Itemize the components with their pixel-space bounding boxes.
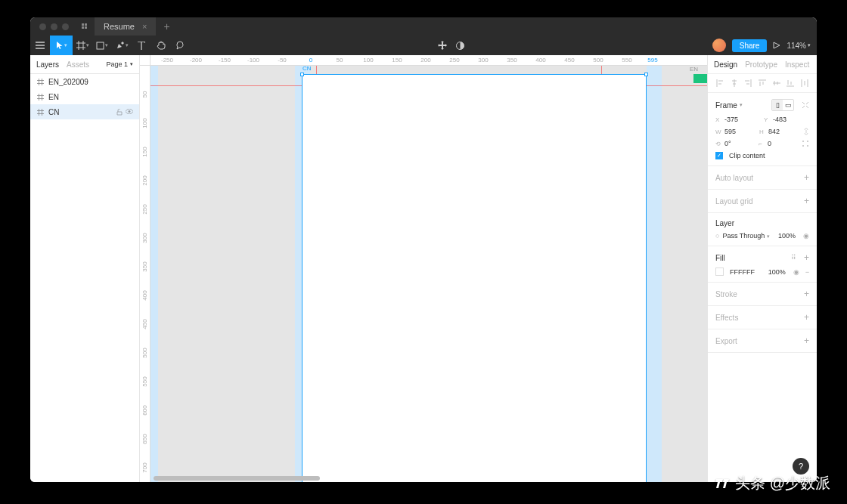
svg-rect-7 (802, 141, 804, 142)
file-tab[interactable]: Resume × (95, 17, 156, 36)
help-button[interactable]: ? (793, 458, 809, 475)
layer-row-selected[interactable]: CN (30, 104, 139, 119)
effects-section[interactable]: Effects+ (708, 306, 817, 329)
titlebar: Resume × + (30, 17, 817, 36)
assets-tab[interactable]: Assets (67, 60, 89, 69)
scrollbar-horizontal[interactable] (154, 476, 320, 481)
link-icon[interactable] (803, 128, 809, 135)
fill-hex[interactable]: FFFFFF (730, 268, 765, 276)
move-tool[interactable]: ▾ (50, 36, 73, 55)
align-right-icon[interactable] (743, 79, 752, 88)
svg-rect-4 (97, 42, 104, 49)
eye-icon[interactable]: ◉ (803, 232, 809, 240)
rotation-input[interactable]: 0° (724, 140, 755, 147)
align-controls (708, 74, 817, 93)
layer-row[interactable]: EN (30, 89, 139, 104)
frame-icon (36, 93, 44, 100)
svg-rect-1 (85, 23, 87, 26)
eye-icon[interactable]: ◉ (793, 268, 799, 276)
ruler-vertical[interactable]: 50 100 150 200 250 300 350 400 450 500 5… (140, 66, 150, 482)
autolayout-section[interactable]: Auto layout+ (708, 166, 817, 190)
distribute-icon[interactable] (800, 79, 809, 88)
svg-rect-9 (802, 145, 804, 147)
y-input[interactable]: -483 (773, 116, 809, 123)
file-icon[interactable] (78, 20, 92, 33)
avatar[interactable] (712, 39, 726, 52)
unlock-icon[interactable] (116, 109, 123, 116)
layoutgrid-section[interactable]: Layout grid+ (708, 190, 817, 213)
align-left-icon[interactable] (715, 79, 724, 88)
move-icon[interactable] (438, 41, 447, 50)
toolbar-right: Share 114% ▾ (712, 39, 817, 52)
align-hcenter-icon[interactable] (730, 79, 739, 88)
ruler-horizontal[interactable]: -250 -200 -150 -100 -50 0 50 100 150 200… (150, 55, 707, 66)
frame-title[interactable]: Frame▾ (715, 101, 743, 110)
layer-row[interactable]: EN_202009 (30, 74, 139, 89)
layer-opacity[interactable]: 100% (778, 232, 796, 240)
other-frame-edge[interactable] (693, 74, 707, 83)
canvas-inner[interactable]: CN EN (140, 55, 707, 482)
resize-fit-icon[interactable] (802, 101, 809, 109)
tab-design[interactable]: Design (714, 60, 737, 69)
contrast-icon[interactable] (456, 42, 464, 50)
comment-tool[interactable] (171, 36, 191, 55)
tab-inspect[interactable]: Inspect (785, 60, 809, 69)
svg-rect-2 (82, 26, 84, 29)
minus-icon[interactable]: − (805, 268, 809, 276)
page-selector[interactable]: Page 1 ▾ (106, 60, 133, 68)
visible-icon[interactable] (126, 109, 133, 116)
clip-checkbox[interactable]: ✓ (715, 152, 723, 159)
share-button[interactable]: Share (732, 39, 768, 52)
frame-tool[interactable]: ▾ (73, 36, 92, 55)
present-icon[interactable] (773, 42, 780, 49)
file-tab-label: Resume (104, 22, 135, 31)
toolbar-center (191, 41, 712, 50)
svg-point-6 (129, 110, 131, 113)
align-top-icon[interactable] (758, 79, 767, 88)
export-section[interactable]: Export+ (708, 329, 817, 353)
frame-label: EN (690, 66, 698, 73)
plus-icon: + (804, 289, 809, 299)
corners-icon[interactable] (802, 140, 809, 147)
plus-icon: + (804, 172, 809, 183)
figma-window: Resume × + ▾ ▾ ▾ ▾ (30, 17, 817, 482)
add-tab-button[interactable]: + (156, 20, 177, 32)
frame-label: CN (302, 65, 312, 72)
w-input[interactable]: 595 (724, 128, 756, 135)
fill-swatch[interactable] (715, 267, 724, 276)
plus-icon: + (804, 196, 809, 206)
fill-section: Fill ⠿ + FFFFFF 100% ◉ − (708, 246, 817, 283)
layer-name: CN (48, 108, 59, 116)
selected-frame[interactable]: CN (302, 74, 647, 482)
x-input[interactable]: -375 (724, 116, 761, 123)
blend-mode[interactable]: Pass Through ▾ (722, 232, 775, 240)
ruler-corner (140, 55, 150, 66)
h-input[interactable]: 842 (768, 128, 800, 135)
right-panel: Design Prototype Inspect Frame▾ ▯▭ (707, 55, 817, 482)
stroke-section[interactable]: Stroke+ (708, 283, 817, 306)
fill-title: Fill (715, 254, 725, 262)
zoom-value: 114% (786, 42, 806, 50)
orientation-toggle[interactable]: ▯▭ (771, 99, 794, 111)
close-icon[interactable]: × (142, 22, 147, 31)
style-icon[interactable]: ⠿ (791, 254, 796, 261)
align-bottom-icon[interactable] (786, 79, 795, 88)
fill-opacity[interactable]: 100% (768, 268, 786, 276)
frame-icon (36, 78, 44, 85)
plus-icon[interactable]: + (804, 252, 809, 263)
layers-tab[interactable]: Layers (36, 60, 59, 69)
tab-prototype[interactable]: Prototype (745, 60, 777, 69)
canvas[interactable]: -250 -200 -150 -100 -50 0 50 100 150 200… (140, 55, 707, 482)
zoom-control[interactable]: 114% ▾ (786, 42, 811, 50)
window-controls[interactable] (33, 23, 75, 30)
hand-tool[interactable] (151, 36, 171, 55)
menu-button[interactable] (30, 36, 50, 55)
text-tool[interactable] (132, 36, 151, 55)
shape-tool[interactable]: ▾ (92, 36, 112, 55)
main: Layers Assets Page 1 ▾ EN_202009 EN CN (30, 55, 817, 482)
frame-section: Frame▾ ▯▭ X-375 Y-483 W595 H842 ⟲0° ⌐0 (708, 93, 817, 166)
watermark: 头条 @少数派 (714, 473, 830, 493)
radius-input[interactable]: 0 (768, 140, 799, 147)
align-vcenter-icon[interactable] (772, 79, 781, 88)
pen-tool[interactable]: ▾ (112, 36, 132, 55)
